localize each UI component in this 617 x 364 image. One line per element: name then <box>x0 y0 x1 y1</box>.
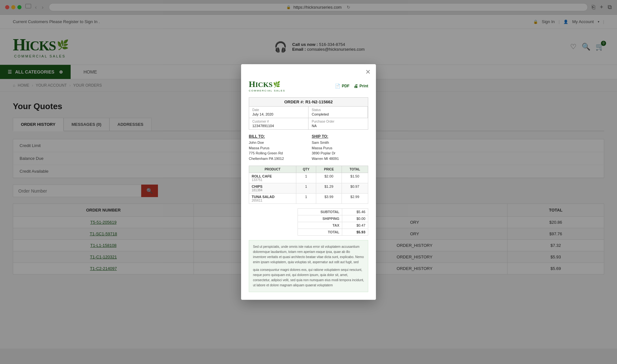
order-meta-grid: Date July 14, 2020 Status Completed Cust… <box>249 107 368 129</box>
invoice-table: PRODUCT QTY PRICE TOTAL ROLL CAFE 133751… <box>249 166 368 204</box>
pdf-icon: 📄 <box>335 83 340 89</box>
order-number: ORDER #: R1-N2-115662 <box>249 98 368 107</box>
invoice-modal: ✕ HICKS 🌿 COMMERCIAL SALES 📄 PDF <box>241 64 376 300</box>
po-cell: Purchase Order NA <box>308 118 368 129</box>
customer-cell: Customer # 12347891104 <box>249 118 308 129</box>
modal-body: HICKS 🌿 COMMERCIAL SALES 📄 PDF 🖨 Print <box>241 80 376 300</box>
modal-logo-row: HICKS 🌿 COMMERCIAL SALES 📄 PDF 🖨 Print <box>249 80 368 92</box>
col-total: TOTAL <box>342 166 368 173</box>
modal-notes: Sed ut perspiciatis, unde omnis iste nat… <box>249 240 368 292</box>
bill-to-block: BILL TO: John Doe Massa Purus 775 Rollin… <box>249 134 305 161</box>
notes-para1: Sed ut perspiciatis, unde omnis iste nat… <box>253 244 364 265</box>
modal-logo-hicks: HICKS <box>249 80 273 89</box>
shipping-row: SHIPPING $0.00 <box>298 215 368 222</box>
modal-logo: HICKS 🌿 COMMERCIAL SALES <box>249 80 285 92</box>
invoice-row: CHIPS 181384 1 $1.29 $0.97 <box>249 183 368 194</box>
addresses-row: BILL TO: John Doe Massa Purus 775 Rollin… <box>249 134 368 161</box>
order-header-box: ORDER #: R1-N2-115662 Date July 14, 2020… <box>249 97 368 130</box>
subtotal-row: SUBTOTAL $5.46 <box>298 209 368 215</box>
print-button[interactable]: 🖨 Print <box>353 83 368 89</box>
date-cell: Date July 14, 2020 <box>249 107 308 118</box>
totals-table: SUBTOTAL $5.46 SHIPPING $0.00 TAX $0.47 … <box>298 208 368 236</box>
modal-header: ✕ <box>241 64 376 80</box>
ship-to-block: SHIP TO: Sam Smith Massa Purus 3890 Popl… <box>312 134 368 161</box>
pdf-button[interactable]: 📄 PDF <box>335 83 350 89</box>
modal-logo-leaf: 🌿 <box>273 81 280 88</box>
invoice-row: ROLL CAFE 133751 1 $2.00 $1.50 <box>249 173 368 183</box>
modal-actions: 📄 PDF 🖨 Print <box>335 83 368 89</box>
modal-overlay[interactable]: ✕ HICKS 🌿 COMMERCIAL SALES 📄 PDF <box>0 0 617 364</box>
col-qty: QTY <box>296 166 316 173</box>
modal-logo-subtitle: COMMERCIAL SALES <box>249 89 285 92</box>
col-product: PRODUCT <box>249 166 296 173</box>
print-icon: 🖨 <box>353 83 358 89</box>
status-cell: Status Completed <box>308 107 368 118</box>
notes-para2: quia consequuntur magni dolores eos, qui… <box>253 267 364 288</box>
total-row: TOTAL $5.93 <box>298 229 368 236</box>
modal-close-button[interactable]: ✕ <box>365 69 371 75</box>
tax-row: TAX $0.47 <box>298 222 368 229</box>
invoice-row: TUNA SALAD 265611 1 $3.99 $2.99 <box>249 194 368 204</box>
col-price: PRICE <box>316 166 342 173</box>
